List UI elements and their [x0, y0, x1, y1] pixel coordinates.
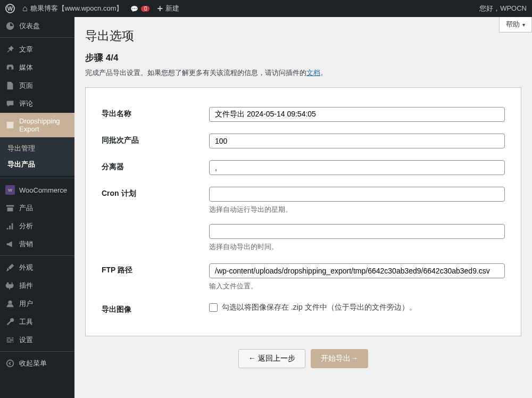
cron-time-help: 选择自动导出的时间。	[209, 242, 505, 252]
export-images-checkbox[interactable]	[209, 303, 218, 312]
comments-icon	[5, 99, 15, 109]
cron-label: Cron 计划	[102, 181, 208, 257]
separator-input[interactable]	[209, 160, 505, 175]
menu-marketing[interactable]: 营销	[0, 235, 74, 253]
start-export-button[interactable]: 开始导出→	[311, 349, 368, 368]
comment-count-badge: 0	[141, 6, 149, 12]
export-images-help: 勾选以将图像保存在 .zip 文件中（位于导出的文件旁边）。	[222, 303, 417, 312]
export-name-label: 导出名称	[102, 102, 208, 127]
menu-dropshipping-export[interactable]: Dropshipping Export	[0, 113, 74, 137]
doc-link[interactable]: 文档	[306, 69, 320, 77]
menu-collapse[interactable]: 收起菜单	[0, 354, 74, 372]
analytics-icon	[5, 221, 15, 231]
pin-icon	[5, 45, 15, 54]
menu-products[interactable]: 产品	[0, 199, 74, 217]
admin-topbar: W 糖果博客【www.wpocn.com】 0 新建 您好，WPOCN	[0, 0, 532, 17]
ftp-path-input[interactable]	[209, 263, 505, 278]
help-button[interactable]: 帮助	[499, 17, 532, 32]
home-icon	[22, 4, 28, 13]
step-indicator: 步骤 4/4	[85, 52, 521, 64]
menu-tools[interactable]: 工具	[0, 313, 74, 331]
page-description: 完成产品导出设置。如果您想了解更多有关该流程的信息，请访问插件的文档。	[85, 68, 521, 78]
woocommerce-icon: W	[5, 185, 15, 195]
comment-icon	[130, 5, 138, 13]
comments-link[interactable]: 0	[130, 5, 149, 13]
cron-day-help: 选择自动运行导出的星期。	[209, 205, 505, 214]
admin-sidebar: 仪表盘 文章 媒体 页面 评论 Dropshipping Export 导出管理…	[0, 17, 74, 398]
megaphone-icon	[5, 239, 15, 249]
plug-icon	[5, 281, 15, 291]
ftp-help: 输入文件位置。	[209, 281, 505, 291]
wp-logo[interactable]: W	[5, 4, 15, 13]
menu-analytics[interactable]: 分析	[0, 217, 74, 235]
media-icon	[5, 63, 15, 72]
export-form-card: 导出名称 同批次产品 分离器 Cron 计划 选择自动运行导出的星期。	[85, 87, 521, 336]
user-icon	[5, 299, 15, 309]
plus-icon	[157, 3, 163, 14]
main-content: 导出选项 步骤 4/4 完成产品导出设置。如果您想了解更多有关该流程的信息，请访…	[74, 17, 532, 398]
submenu-export-manage[interactable]: 导出管理	[0, 140, 74, 156]
dashboard-icon	[5, 21, 15, 31]
export-name-input[interactable]	[209, 107, 505, 122]
svg-point-0	[7, 360, 14, 367]
menu-appearance[interactable]: 外观	[0, 259, 74, 277]
user-greeting[interactable]: 您好，WPOCN	[479, 4, 527, 13]
menu-plugins[interactable]: 插件	[0, 277, 74, 295]
submenu-export-product[interactable]: 导出产品	[0, 156, 74, 172]
cron-time-input[interactable]	[209, 224, 505, 239]
menu-pages[interactable]: 页面	[0, 77, 74, 95]
page-title: 导出选项	[85, 28, 521, 44]
menu-settings[interactable]: 设置	[0, 331, 74, 349]
menu-comments[interactable]: 评论	[0, 95, 74, 113]
separator-label: 分离器	[102, 155, 208, 180]
menu-woocommerce[interactable]: WWooCommerce	[0, 181, 74, 199]
ftp-label: FTP 路径	[102, 258, 208, 296]
products-icon	[5, 203, 15, 213]
menu-users[interactable]: 用户	[0, 295, 74, 313]
menu-media[interactable]: 媒体	[0, 59, 74, 77]
new-content-link[interactable]: 新建	[157, 3, 179, 14]
export-images-label: 导出图像	[102, 297, 208, 322]
form-actions: ← 返回上一步 开始导出→	[85, 349, 521, 368]
export-icon	[5, 120, 15, 130]
brush-icon	[5, 263, 15, 272]
batch-input[interactable]	[209, 134, 505, 148]
collapse-icon	[5, 359, 15, 368]
back-button[interactable]: ← 返回上一步	[238, 349, 305, 368]
menu-posts[interactable]: 文章	[0, 40, 74, 59]
page-icon	[5, 81, 15, 90]
batch-label: 同批次产品	[102, 128, 208, 154]
wrench-icon	[5, 317, 15, 327]
cron-day-input[interactable]	[209, 187, 505, 202]
sliders-icon	[5, 335, 15, 345]
menu-dashboard[interactable]: 仪表盘	[0, 17, 74, 35]
site-name-link[interactable]: 糖果博客【www.wpocn.com】	[22, 4, 123, 13]
